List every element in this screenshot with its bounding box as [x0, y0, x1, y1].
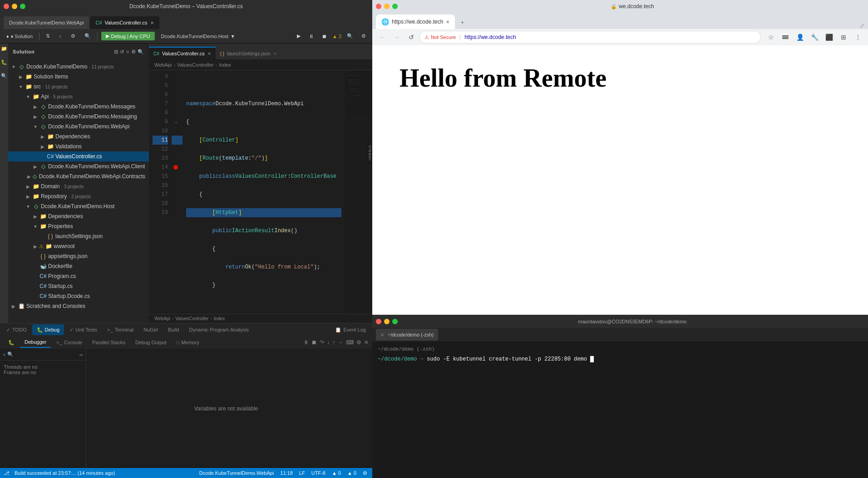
debug-step-over[interactable]: ↷ [320, 339, 324, 346]
nav-more-5[interactable]: ⊞ [837, 31, 850, 44]
toolbar-btn-2[interactable]: ↑ [56, 33, 64, 40]
nav-more-2[interactable]: 👤 [794, 31, 806, 44]
tree-item-contracts[interactable]: ▶ ◇ Dcode.KubeTunnelDemo.WebApi.Contract… [8, 171, 149, 181]
toolbar-btn-3[interactable]: ⚙ [68, 32, 78, 40]
toolbar-btn-1[interactable]: ⇅ [43, 32, 53, 40]
activity-explorer-icon[interactable]: 📁 [1, 45, 7, 52]
debug-tab-output[interactable]: Debug Output [131, 337, 171, 348]
browser-minimize-btn[interactable] [384, 4, 390, 9]
tree-item-repository[interactable]: ▶ 📁 Repository · 2 projects [8, 191, 149, 201]
editor-tab-close-icon[interactable]: ✕ [207, 51, 211, 56]
status-settings-icon[interactable]: ⚙ [361, 470, 369, 476]
bottom-tab-debug[interactable]: 🐛 Debug [32, 324, 64, 335]
tab-valuescontroller[interactable]: C# ValuesController.cs ✕ [90, 16, 159, 29]
settings-panel-icon[interactable]: ⚙ [131, 49, 136, 55]
debug-eval[interactable]: ⌨ [346, 339, 354, 346]
terminal-tab[interactable]: ✕ ~/dcode/demo (-zsh) [376, 329, 438, 341]
forward-button[interactable]: → [390, 31, 403, 44]
tree-item-dockerfile[interactable]: ▶ 🐋 Dockerfile [8, 261, 149, 271]
nav-more-3[interactable]: 🔧 [808, 31, 821, 44]
debug-stop-btn[interactable]: ⏹ [311, 339, 317, 346]
debug-step-in[interactable]: ↓ [327, 339, 330, 346]
debug-step-out[interactable]: ↑ [332, 339, 335, 346]
stop-btn[interactable]: ⏹ [319, 33, 330, 40]
editor-tab-launch[interactable]: { } launchSettings.json ✕ [216, 47, 281, 59]
tab-close-icon[interactable]: ✕ [150, 20, 154, 25]
status-build-msg[interactable]: Build succeeded at 23:57:... (14 minutes… [13, 470, 116, 476]
bottom-tab-todo[interactable]: ✓ TODO [2, 324, 31, 335]
refresh-icon[interactable]: ↺ [120, 49, 124, 55]
tree-item-startup-dcode[interactable]: ▶ C# Startup.Dcode.cs [8, 291, 149, 301]
tree-item-messaging[interactable]: ▶ ◇ Dcode.KubeTunnelDemo.Messaging [8, 112, 149, 122]
terminal-tab-close[interactable]: ✕ [380, 332, 384, 337]
search-panel-icon[interactable]: 🔍 [138, 49, 144, 55]
bottom-tab-build[interactable]: Build [163, 324, 183, 335]
bottom-tab-terminal[interactable]: >_ Terminal [103, 324, 138, 335]
status-encoding[interactable]: UTF-8 [310, 470, 327, 476]
status-errors[interactable]: ▲ 0 [346, 470, 358, 476]
debug-tab-icon-main[interactable]: 🐛 [4, 337, 19, 348]
back-button[interactable]: ← [376, 31, 389, 44]
terminal-maximize-btn[interactable] [392, 319, 398, 324]
infinity-icon[interactable]: ∞ [79, 352, 83, 357]
status-eol[interactable]: LF [298, 470, 306, 476]
bottom-tab-nuget[interactable]: NuGet [139, 324, 163, 335]
add-watch-icon[interactable]: + [3, 352, 5, 357]
debug-tab-console[interactable]: >_ Console [52, 337, 87, 348]
collapse-all-icon[interactable]: ⊟ [114, 49, 118, 55]
browser-tab-close-icon[interactable]: ✕ [446, 20, 449, 24]
nav-more-1[interactable] [779, 31, 792, 44]
tree-item-launchsettings[interactable]: ▶ { } launchSettings.json [8, 231, 149, 241]
tree-item-api[interactable]: ▼ 📁 Api · 5 projects [8, 92, 149, 102]
target-dropdown[interactable]: Dcode.KubeTunnelDemo.Host ▼ [158, 33, 238, 40]
tree-item-validations[interactable]: ▶ 📁 Validations [8, 141, 149, 151]
editor-tab-valuescontroller[interactable]: C# ValuesController.cs ✕ [149, 47, 216, 59]
tree-item-program[interactable]: ▶ C# Program.cs [8, 271, 149, 281]
tab-webapi[interactable]: Dcode.KubeTunnelDemo.WebApi [4, 16, 89, 29]
activity-search-icon[interactable]: 🔍 [1, 73, 7, 79]
tree-item-client[interactable]: ▶ ◇ Dcode.KubeTunnelDemo.WebApi.Client [8, 161, 149, 171]
minimize-button[interactable] [12, 4, 17, 9]
address-bar[interactable]: ⚠ Not Secure | https://we.dcode.tech [419, 31, 761, 44]
tree-item-messages[interactable]: ▶ ◇ Dcode.KubeTunnelDemo.Messages [8, 102, 149, 112]
reload-button[interactable]: ↺ [405, 31, 418, 44]
debug-tab-debugger[interactable]: Debugger [20, 337, 51, 348]
debug-run-to[interactable]: → [338, 339, 343, 346]
nav-more-4[interactable]: ⬛ [823, 31, 835, 44]
debug-tab-memory[interactable]: □ Memory [172, 337, 204, 348]
browser-active-tab[interactable]: 🌐 https://we.dcode.tech ✕ [376, 15, 455, 29]
tree-item-wwwroot[interactable]: ▶ ⚠ 📁 wwwroot [8, 241, 149, 251]
bottom-tab-eventlog[interactable]: 📋 Event Log [330, 324, 370, 335]
toolbar-btn-4[interactable]: 🔍 [82, 32, 94, 40]
bottom-tab-dpa[interactable]: Dynamic Program Analysis [184, 324, 253, 335]
status-line[interactable]: 11:18 [279, 470, 294, 476]
tree-item-solution[interactable]: ▼ ◇ Dcode.KubeTunnelDemo · 11 projects [8, 62, 149, 72]
pause-btn[interactable]: ⏸ [306, 33, 316, 40]
tree-item-valuescontroller[interactable]: ▶ C# ValuesController.cs [8, 151, 149, 161]
close-button[interactable] [4, 4, 9, 9]
tree-item-src[interactable]: ▼ 📁 src · 11 projects [8, 82, 149, 92]
bottom-tab-unit[interactable]: ✓ Unit Tests [65, 324, 102, 335]
debug-settings[interactable]: ⚙ [356, 339, 361, 346]
nav-more-6[interactable]: ⋮ [852, 31, 864, 44]
tree-item-appsettings[interactable]: ▶ { } appsettings.json [8, 251, 149, 261]
terminal-close-btn[interactable] [376, 319, 381, 324]
debug-tab-parallel[interactable]: Parallel Stacks [88, 337, 130, 348]
browser-maximize-btn[interactable] [392, 4, 398, 9]
status-warnings[interactable]: ▲ 0 [330, 470, 342, 476]
tree-item-host-deps[interactable]: ▶ 📁 Dependencies [8, 211, 149, 221]
tree-item-dependencies[interactable]: ▶ 📁 Dependencies [8, 132, 149, 141]
bookmark-icon[interactable]: ☆ [764, 31, 777, 44]
tree-item-webapi[interactable]: ▼ ◇ Dcode.KubeTunnelDemo.WebApi [8, 122, 149, 132]
settings-btn[interactable]: ⚙ [359, 32, 369, 40]
browser-close-btn[interactable] [376, 4, 381, 9]
activity-debug-icon[interactable]: 🐛 [1, 59, 7, 65]
terminal-minimize-btn[interactable] [384, 319, 390, 324]
filter-icon[interactable]: ≡ [126, 49, 129, 55]
search-toolbar-btn[interactable]: 🔍 [344, 32, 356, 40]
debug-pause-btn[interactable]: ⏸ [303, 339, 309, 346]
tree-item-host[interactable]: ▼ ◇ Dcode.KubeTunnelDemo.Host [8, 201, 149, 211]
terminal-content[interactable]: ~/dcode/demo (-zsh) ~/dcode/demo ~ sudo … [372, 341, 868, 478]
new-tab-button[interactable]: + [456, 16, 469, 29]
solution-button[interactable]: ♦ ♦ Solution [4, 33, 35, 40]
